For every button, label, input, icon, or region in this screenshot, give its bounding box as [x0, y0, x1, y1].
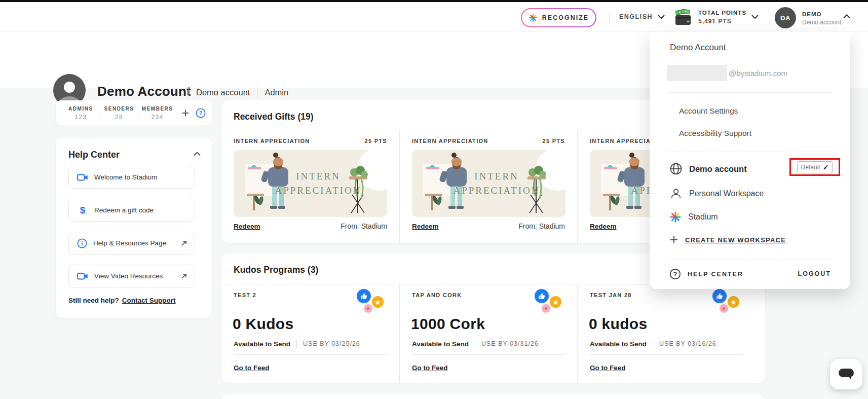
default-badge: Default ✓ [797, 161, 833, 173]
workspace-item-stadium[interactable]: Stadium [669, 211, 718, 223]
use-by-date: USE BY 03/31/26 [481, 340, 539, 347]
redeem-link[interactable]: Redeem [412, 223, 439, 230]
heart-icon: ♥ [720, 304, 728, 313]
contact-support-link[interactable]: Contact Support [122, 297, 176, 304]
chat-bubble-icon [838, 368, 855, 381]
account-chevron-up-icon[interactable] [843, 14, 850, 19]
page-subtitle: Demo account Admin [188, 87, 288, 98]
use-by-date: USE BY 03/25/26 [303, 340, 360, 347]
gift-points: 25 PTS [365, 138, 388, 144]
go-to-feed-link[interactable]: Go to Feed [590, 364, 626, 372]
stat-senders: SENDERS 28 [100, 105, 138, 122]
go-to-feed-link[interactable]: Go to Feed [412, 364, 448, 372]
redeem-link[interactable]: Redeem [590, 223, 617, 230]
menu-help-label: HELP CENTER [688, 271, 743, 278]
kudos-card: TEST 2 ★ ♥ 0 Kudos Available to Send USE… [221, 284, 399, 383]
help-center-title: Help Center [68, 150, 120, 160]
kudos-programs-title: Kudos Programs (3) [234, 265, 318, 275]
help-item-resources[interactable]: Help & Resources Page [68, 232, 195, 255]
create-workspace-label: CREATE NEW WORKSPACE [685, 236, 786, 244]
check-icon: ✓ [823, 163, 829, 171]
recognize-button[interactable]: RECOGNIZE [521, 8, 596, 27]
star-icon: ★ [550, 296, 561, 308]
redeem-link[interactable]: Redeem [234, 223, 260, 230]
account-subtitle: Demo account [802, 18, 841, 27]
reaction-icons: ★ ♥ [708, 289, 745, 315]
thumbs-up-icon [535, 289, 549, 303]
video-icon [77, 272, 88, 281]
help-item-label: Welcome to Stadium [94, 173, 187, 181]
role-label: Admin [265, 88, 288, 97]
dollar-icon: $ [77, 205, 88, 216]
help-item-label: Help & Resources Page [93, 239, 174, 247]
chat-launcher-button[interactable] [830, 359, 862, 389]
accessibility-support-link[interactable]: Accessibility Support [679, 129, 751, 138]
language-selector[interactable]: ENGLISH [619, 13, 665, 20]
star-icon: ★ [372, 296, 384, 308]
collapse-chevron-up-icon[interactable] [194, 152, 201, 156]
info-icon [77, 238, 87, 248]
workspace-item-personal[interactable]: Personal Workspace [669, 187, 764, 200]
kudos-title: TAP AND CORK [412, 292, 462, 298]
workspace-item-demo-account[interactable]: Demo account [669, 162, 747, 175]
default-badge-highlight: Default ✓ [789, 158, 840, 176]
account-email: @bystadium.com [667, 65, 787, 81]
chevron-down-icon [658, 15, 665, 19]
help-item-videos[interactable]: View Video Resources [68, 265, 195, 287]
gift-title: INTERN APPRECIATION [234, 138, 310, 144]
kudos-availability: Available to Send USE BY 03/25/26 [234, 340, 360, 348]
create-workspace-button[interactable]: CREATE NEW WORKSPACE [669, 235, 786, 244]
topbar: RECOGNIZE ENGLISH TOTAL POINTS 5,491 PTS… [0, 2, 868, 31]
help-item-label: View Video Resources [94, 272, 174, 280]
help-item-label: Redeem a gift code [94, 206, 187, 214]
stadium-logo-icon [669, 211, 682, 223]
gift-card: INTERN APPRECIATION 25 PTS [399, 131, 577, 243]
workspace-label: Personal Workspace [689, 189, 764, 198]
gift-image-text: INTERN APPRECIATION [459, 150, 535, 217]
kudos-card: TAP AND CORK ★ ♥ 1000 Cork Available to … [399, 284, 577, 383]
reaction-icons: ★ ♥ [353, 289, 389, 315]
points-chevron-down-icon[interactable] [751, 15, 759, 19]
account-switcher[interactable]: DEMO Demo account [802, 10, 841, 27]
kudos-title: TEST JAN 28 [590, 292, 632, 298]
gift-points: 25 PTS [543, 138, 565, 144]
go-to-feed-link[interactable]: Go to Feed [234, 364, 270, 372]
kudos-title: TEST 2 [234, 292, 256, 298]
svg-text:?: ? [199, 110, 203, 116]
total-points: TOTAL POINTS 5,491 PTS [698, 9, 746, 26]
language-label: ENGLISH [619, 13, 653, 20]
thumbs-up-icon [357, 289, 371, 303]
logout-button[interactable]: LOGOUT [798, 270, 831, 277]
user-avatar[interactable]: DA [775, 7, 796, 28]
gift-image: INTERN APPRECIATION [234, 150, 387, 217]
help-item-welcome[interactable]: Welcome to Stadium [68, 166, 195, 189]
avatar-initials: DA [780, 14, 790, 22]
gift-title: INTERN APPRECIATION [412, 138, 488, 144]
kudos-card: TEST JAN 28 ★ ♥ 0 kudos Available to Sen… [577, 284, 755, 383]
question-icon: ? [669, 268, 681, 280]
kudos-availability: Available to Send USE BY 03/16/26 [590, 340, 716, 348]
kudos-amount: 0 kudos [589, 315, 647, 333]
reaction-icons: ★ ♥ [531, 289, 567, 315]
heart-icon: ♥ [364, 304, 372, 313]
topbar-divider [609, 13, 610, 23]
workspace-name: Demo account [196, 88, 250, 97]
use-by-date: USE BY 03/16/26 [659, 340, 716, 347]
plus-icon [669, 235, 678, 244]
gift-from: From: Stadium [341, 222, 387, 230]
recognize-label: RECOGNIZE [542, 14, 589, 21]
account-settings-link[interactable]: Account Settings [679, 106, 738, 116]
received-gifts-title: Received Gifts (19) [234, 112, 314, 122]
stats-help-icon[interactable]: ? [196, 108, 206, 118]
video-icon [77, 173, 88, 182]
redacted-email [667, 65, 727, 81]
add-member-icon[interactable] [181, 109, 190, 117]
account-name: DEMO [802, 10, 841, 18]
menu-help-center-link[interactable]: ? HELP CENTER [669, 268, 743, 280]
help-item-redeem[interactable]: $ Redeem a gift code [68, 199, 195, 222]
heart-icon: ♥ [542, 304, 550, 313]
points-value: 5,491 PTS [698, 17, 746, 26]
globe-icon [669, 162, 683, 175]
member-stats-card: ADMINS 123 SENDERS 28 MEMBERS 234 ? [56, 100, 212, 126]
workspace-label: Demo account [689, 164, 747, 174]
